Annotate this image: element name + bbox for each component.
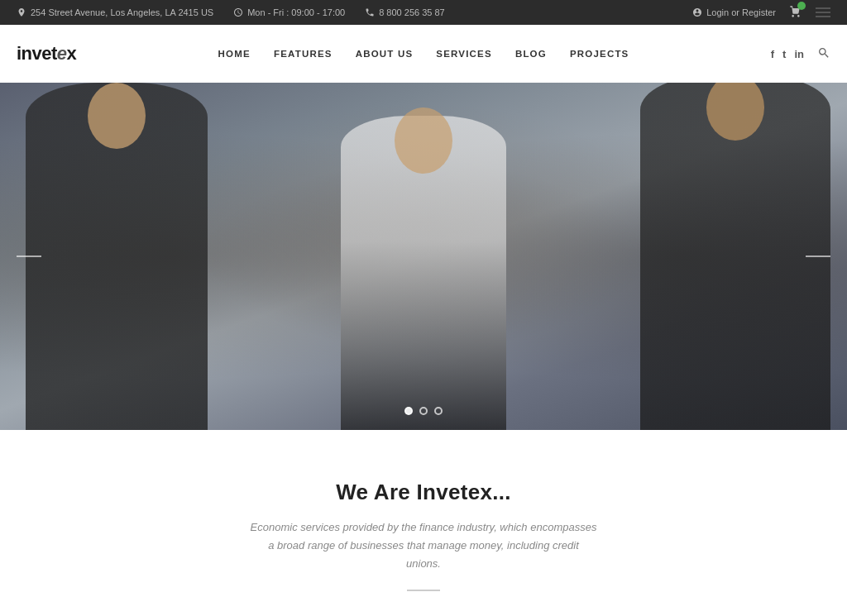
hamburger-menu[interactable]	[816, 7, 830, 17]
nav-projects[interactable]: PROJECTS	[570, 45, 629, 62]
top-bar-right: Login or Register	[692, 5, 830, 20]
login-link[interactable]: Login or Register	[706, 7, 776, 17]
phone-text: 8 800 256 35 87	[379, 7, 445, 17]
section-title: We Are Invetex...	[17, 480, 830, 505]
dot-2[interactable]	[419, 407, 428, 415]
cart-wrap[interactable]	[789, 5, 802, 20]
clock-icon	[233, 7, 243, 17]
person-center-head	[395, 107, 452, 174]
address-item: 254 Street Avenue, Los Angeles, LA 2415 …	[17, 7, 213, 17]
nav-services[interactable]: SERVICES	[436, 45, 492, 62]
hours-text: Mon - Fri : 09:00 - 17:00	[247, 7, 345, 17]
location-icon	[17, 7, 26, 17]
divider-line	[407, 590, 440, 591]
person-left-head	[88, 83, 146, 149]
facebook-link[interactable]: f	[771, 48, 774, 60]
top-bar-left: 254 Street Avenue, Los Angeles, LA 2415 …	[17, 7, 445, 17]
nav-home[interactable]: HOME	[218, 45, 251, 62]
slider-arrow-right[interactable]	[806, 255, 830, 257]
login-item[interactable]: Login or Register	[692, 7, 776, 17]
dot-3[interactable]	[434, 407, 443, 415]
header-right: f t in	[771, 46, 830, 62]
content-section: We Are Invetex... Economic services prov…	[0, 430, 847, 616]
hours-item: Mon - Fri : 09:00 - 17:00	[233, 7, 345, 17]
header: invetex HOME FEATURES ABOUT US SERVICES …	[0, 25, 847, 83]
user-icon	[692, 7, 702, 17]
social-icons: f t in	[771, 48, 804, 60]
slider-dots	[404, 407, 443, 415]
twitter-link[interactable]: t	[782, 48, 786, 60]
hero-section	[0, 83, 847, 430]
address-text: 254 Street Avenue, Los Angeles, LA 2415 …	[31, 7, 213, 17]
cart-badge	[797, 2, 806, 10]
main-nav: HOME FEATURES ABOUT US SERVICES BLOG PRO…	[218, 45, 629, 62]
logo[interactable]: invetex	[17, 43, 76, 64]
nav-about[interactable]: ABOUT US	[356, 45, 414, 62]
logo-text: invetex	[17, 43, 76, 64]
nav-features[interactable]: FEATURES	[274, 45, 333, 62]
search-icon	[817, 46, 830, 60]
linkedin-link[interactable]: in	[794, 48, 804, 60]
search-button[interactable]	[817, 46, 830, 62]
top-bar: 254 Street Avenue, Los Angeles, LA 2415 …	[0, 0, 847, 25]
nav-blog[interactable]: BLOG	[515, 45, 547, 62]
dot-1[interactable]	[404, 407, 413, 415]
phone-item: 8 800 256 35 87	[365, 7, 445, 17]
hero-people	[0, 83, 847, 430]
slider-arrow-left[interactable]	[17, 255, 41, 257]
section-subtitle: Economic services provided by the financ…	[250, 518, 597, 573]
phone-icon	[365, 7, 375, 17]
